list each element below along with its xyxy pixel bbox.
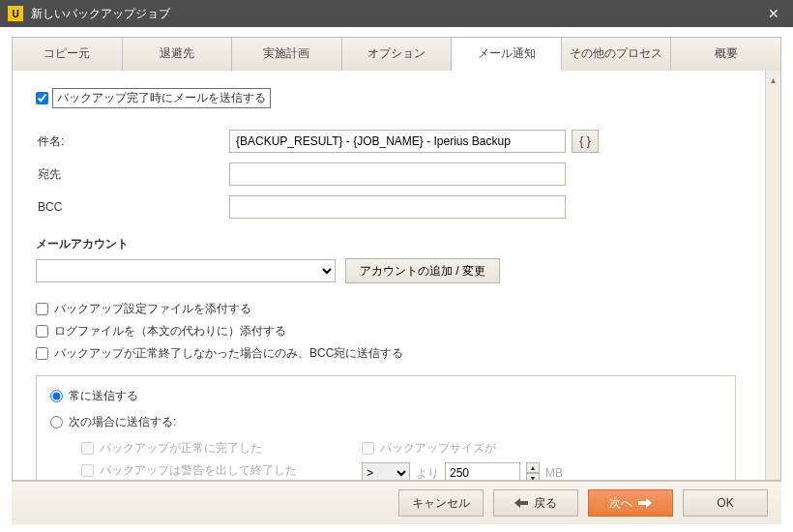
scroll-up-icon[interactable]: ▴ <box>771 74 776 85</box>
scrollbar[interactable]: ▴ <box>765 71 780 480</box>
bcc-on-fail-row: バックアップが正常終了しなかった場合にのみ、BCC宛に送信する <box>36 345 736 362</box>
ok-label: OK <box>717 496 733 510</box>
always-send-label: 常に送信する <box>69 388 138 404</box>
cond-size-row: バックアップサイズが <box>362 440 721 457</box>
size-compare-post: より <box>416 465 439 481</box>
tab-pane: バックアップ完了時にメールを送信する 件名: { } 宛先 BCC メールアカウ… <box>12 71 781 481</box>
send-when-label: 次の場合に送信する: <box>69 414 176 430</box>
footer: キャンセル 戻る 次へ OK <box>12 481 781 524</box>
window-title: 新しいバックアップジョブ <box>31 6 762 22</box>
cond-size-label: バックアップサイズが <box>380 440 496 457</box>
account-section-title: メールアカウント <box>36 236 736 252</box>
cond-warn-label: バックアップは警告を出して終了した <box>100 462 297 479</box>
cancel-button[interactable]: キャンセル <box>398 489 484 517</box>
account-row: アカウントの追加 / 変更 <box>36 258 736 283</box>
size-value-input[interactable] <box>445 462 520 480</box>
to-input[interactable] <box>229 163 566 186</box>
tab-summary[interactable]: 概要 <box>671 37 781 71</box>
tab-source[interactable]: コピー元 <box>12 37 123 71</box>
bcc-label: BCC <box>36 200 229 214</box>
conditions-group: 常に送信する 次の場合に送信する: バックアップが正常に完了した バ <box>36 375 736 480</box>
cond-warn-checkbox <box>81 464 94 477</box>
close-icon[interactable]: ✕ <box>762 6 785 21</box>
bcc-input[interactable] <box>229 195 566 219</box>
client-area: コピー元 退避先 実施計画 オプション メール通知 その他のプロセス 概要 バッ… <box>0 27 793 532</box>
insert-variable-button[interactable]: { } <box>572 130 599 153</box>
to-label: 宛先 <box>36 166 229 183</box>
attach-log-row: ログファイルを（本文の代わりに）添付する <box>36 323 736 340</box>
ok-button[interactable]: OK <box>683 489 768 517</box>
arrow-left-icon <box>514 498 528 508</box>
size-threshold-row: > より ▲ ▼ MB <box>362 462 721 480</box>
attach-settings-row: バックアップ設定ファイルを添付する <box>36 301 736 317</box>
titlebar: U 新しいバックアップジョブ ✕ <box>0 0 793 27</box>
size-spin-down[interactable]: ▼ <box>526 473 540 480</box>
cond-size-checkbox <box>362 442 374 455</box>
to-row: 宛先 <box>36 163 736 186</box>
cancel-label: キャンセル <box>412 495 470 512</box>
conditions-col-right: バックアップサイズが > より ▲ ▼ MB <box>362 440 721 480</box>
send-on-complete-checkbox[interactable] <box>36 92 48 104</box>
subject-input[interactable] <box>229 130 566 153</box>
tabstrip: コピー元 退避先 実施計画 オプション メール通知 その他のプロセス 概要 <box>12 37 781 71</box>
attach-log-label: ログファイルを（本文の代わりに）添付する <box>54 323 286 340</box>
tab-schedule[interactable]: 実施計画 <box>232 37 342 71</box>
tab-email[interactable]: メール通知 <box>452 37 562 71</box>
tab-options[interactable]: オプション <box>342 37 453 71</box>
attach-log-checkbox[interactable] <box>36 325 48 338</box>
cond-ok-row: バックアップが正常に完了した <box>81 440 333 457</box>
next-label: 次へ <box>609 495 632 512</box>
app-icon: U <box>8 6 23 21</box>
always-send-row: 常に送信する <box>50 388 721 404</box>
subject-row: 件名: { } <box>36 130 736 153</box>
bcc-row: BCC <box>36 195 736 219</box>
attach-settings-label: バックアップ設定ファイルを添付する <box>54 301 251 317</box>
subject-label: 件名: <box>36 133 229 150</box>
size-spinner: ▲ ▼ <box>526 462 540 480</box>
conditions-columns: バックアップが正常に完了した バックアップは警告を出して終了した バックアップ処… <box>81 440 721 480</box>
attach-settings-checkbox[interactable] <box>36 303 48 315</box>
tab-destination[interactable]: 退避先 <box>123 37 233 71</box>
bcc-on-fail-checkbox[interactable] <box>36 347 48 360</box>
account-select[interactable] <box>36 259 336 282</box>
cond-warn-row: バックアップは警告を出して終了した <box>81 462 333 479</box>
send-on-complete-label: バックアップ完了時にメールを送信する <box>52 88 271 108</box>
size-unit: MB <box>545 466 563 480</box>
next-button[interactable]: 次へ <box>588 489 673 517</box>
size-compare-select[interactable]: > <box>362 462 410 480</box>
tab-pane-inner: バックアップ完了時にメールを送信する 件名: { } 宛先 BCC メールアカウ… <box>13 71 765 480</box>
bcc-on-fail-label: バックアップが正常終了しなかった場合にのみ、BCC宛に送信する <box>54 345 403 362</box>
back-button[interactable]: 戻る <box>493 489 578 517</box>
always-send-radio[interactable] <box>50 390 63 402</box>
cond-ok-checkbox <box>81 442 94 455</box>
cond-ok-label: バックアップが正常に完了した <box>100 440 262 457</box>
send-when-radio[interactable] <box>50 416 63 429</box>
send-on-complete-row: バックアップ完了時にメールを送信する <box>36 88 736 108</box>
tab-other-processes[interactable]: その他のプロセス <box>562 37 672 71</box>
arrow-right-icon <box>638 498 652 508</box>
account-add-edit-button[interactable]: アカウントの追加 / 変更 <box>345 258 500 283</box>
send-when-row: 次の場合に送信する: <box>50 414 721 430</box>
conditions-col-left: バックアップが正常に完了した バックアップは警告を出して終了した バックアップ処… <box>81 440 333 480</box>
back-label: 戻る <box>534 495 557 512</box>
size-spin-up[interactable]: ▲ <box>526 462 540 473</box>
